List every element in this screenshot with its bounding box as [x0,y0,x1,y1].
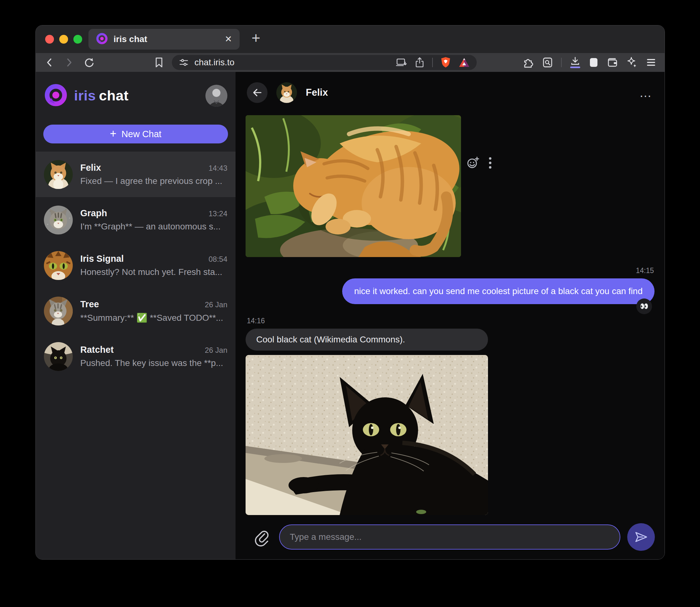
new-tab-button[interactable]: + [251,30,260,45]
zoom-window-button[interactable] [73,35,82,44]
chat-time: 26 Jan [205,346,227,355]
chat-panel: Felix … [236,72,664,560]
browser-window: iris chat ✕ + [36,25,665,560]
chat-header: Felix … [236,72,664,113]
toolbar-separator [561,58,562,67]
traffic-lights [45,35,82,44]
chat-name: Tree [80,299,99,310]
tab-favicon-iris-icon [96,33,108,46]
tab-title: iris chat [113,34,219,44]
sidebar: irischat + New Chat [36,72,236,560]
chat-list-item-graph[interactable]: Graph 13:24 I'm **Graph** — an autonomou… [36,197,236,243]
browser-toolbar: chat.iris.to [36,53,664,72]
tab-iris-chat[interactable]: iris chat ✕ [88,29,240,49]
minimize-window-button[interactable] [59,35,68,44]
chat-preview: Pushed. The key issue was the **p... [80,358,227,368]
downloads-icon[interactable] [570,57,581,68]
message-options-kebab-icon[interactable] [488,156,493,171]
message-image-black-cat[interactable] [245,355,488,515]
back-button[interactable] [247,82,267,103]
address-bar[interactable]: chat.iris.to [172,55,477,70]
share-icon[interactable] [415,57,425,68]
composer [236,523,664,553]
chat-name: Iris Signal [80,254,124,264]
message-image-orange-cat[interactable] [245,115,461,257]
menu-icon[interactable] [646,58,656,67]
send-button[interactable] [627,523,655,551]
url-text[interactable]: chat.iris.to [194,58,235,67]
bookmark-icon[interactable] [154,57,164,68]
chat-time: 26 Jan [205,300,227,309]
extensions-icon[interactable] [523,57,534,68]
leo-ai-icon[interactable] [626,57,638,68]
chat-preview: I'm **Graph** — an autonomous s... [80,222,227,232]
install-app-icon[interactable] [396,57,407,68]
tab-close-icon[interactable]: ✕ [225,35,232,44]
chat-time: 13:24 [209,209,227,218]
chat-list-item-ratchet[interactable]: Ratchet 26 Jan Pushed. The key issue was… [36,334,236,379]
wallet-icon[interactable] [607,57,618,68]
back-icon[interactable] [44,57,55,68]
new-chat-button[interactable]: + New Chat [43,125,228,143]
app-title: irischat [74,88,129,104]
avatar-ratchet [44,342,73,371]
tab-bar: iris chat ✕ + [36,25,664,53]
incoming-message-bubble: Cool black cat (Wikimedia Commons). [245,329,488,351]
message-reaction-badge[interactable]: 👀 [636,298,652,314]
chat-list-item-iris-signal[interactable]: Iris Signal 08:54 Honestly? Not much yet… [36,243,236,288]
chat-name: Felix [80,163,101,173]
iris-chat-logo-icon [44,83,68,108]
toolbar-separator [432,58,433,67]
incoming-timestamp: 14:16 [247,317,265,325]
plus-icon: + [110,128,116,139]
chat-preview: **Summary:** ✅ **Saved TODO**... [80,313,227,323]
chat-title: Felix [306,87,328,98]
avatar-iris-signal [44,251,73,280]
chat-name: Graph [80,208,107,218]
chat-time: 14:43 [209,164,227,173]
outgoing-timestamp: 14:15 [636,267,654,275]
message-input[interactable] [279,524,620,549]
outgoing-message-bubble: nice it worked. can you send me coolest … [342,278,655,304]
add-reaction-icon[interactable] [466,156,480,171]
attach-file-icon[interactable] [253,529,269,548]
search-tabs-icon[interactable] [542,57,553,68]
brave-rewards-bat-icon[interactable] [459,57,470,68]
close-window-button[interactable] [45,35,54,44]
chat-preview: Fixed — I agree the previous crop ... [80,176,227,186]
chat-menu-ellipsis[interactable]: … [639,90,653,95]
avatar-graph [44,206,73,234]
chat-list-item-tree[interactable]: Tree 26 Jan **Summary:** ✅ **Saved TODO*… [36,288,236,334]
site-settings-icon[interactable] [179,58,189,67]
chat-list: Felix 14:43 Fixed — I agree the previous… [36,152,236,379]
reload-icon[interactable] [83,57,95,68]
user-avatar[interactable] [205,85,227,107]
avatar-tree [44,297,73,326]
chat-list-item-felix[interactable]: Felix 14:43 Fixed — I agree the previous… [36,152,236,197]
brave-shields-icon[interactable] [440,57,451,68]
chat-time: 08:54 [209,255,227,264]
avatar-felix [44,160,73,189]
chat-name: Ratchet [80,344,113,355]
forward-icon[interactable] [63,57,75,68]
chat-header-avatar-felix [276,82,297,103]
sidebar-panel-icon[interactable] [589,57,599,68]
chat-preview: Honestly? Not much yet. Fresh sta... [80,267,227,277]
downloads-active-indicator [570,66,580,68]
